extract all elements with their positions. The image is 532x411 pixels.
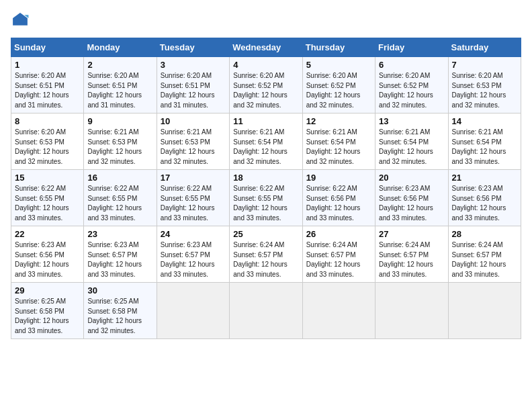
day-cell: 12Sunrise: 6:21 AM Sunset: 6:54 PM Dayli… xyxy=(302,113,375,170)
day-info: Sunrise: 6:20 AM Sunset: 6:51 PM Dayligh… xyxy=(15,71,80,110)
day-cell: 1Sunrise: 6:20 AM Sunset: 6:51 PM Daylig… xyxy=(11,57,84,113)
day-info: Sunrise: 6:22 AM Sunset: 6:55 PM Dayligh… xyxy=(161,184,226,223)
day-number: 22 xyxy=(15,229,80,239)
day-info: Sunrise: 6:21 AM Sunset: 6:54 PM Dayligh… xyxy=(233,128,298,167)
day-cell xyxy=(157,283,229,339)
day-number: 24 xyxy=(161,229,226,239)
day-info: Sunrise: 6:22 AM Sunset: 6:55 PM Dayligh… xyxy=(87,184,152,223)
column-header-thursday: Thursday xyxy=(302,38,375,57)
column-header-tuesday: Tuesday xyxy=(157,38,229,57)
column-header-monday: Monday xyxy=(84,38,157,57)
day-number: 17 xyxy=(161,173,226,183)
day-info: Sunrise: 6:24 AM Sunset: 6:57 PM Dayligh… xyxy=(452,240,517,279)
day-number: 7 xyxy=(452,60,517,70)
day-cell: 18Sunrise: 6:22 AM Sunset: 6:55 PM Dayli… xyxy=(230,170,302,226)
day-cell: 4Sunrise: 6:20 AM Sunset: 6:52 PM Daylig… xyxy=(230,57,302,113)
day-cell: 10Sunrise: 6:21 AM Sunset: 6:53 PM Dayli… xyxy=(157,113,229,170)
day-cell: 26Sunrise: 6:24 AM Sunset: 6:57 PM Dayli… xyxy=(302,226,375,283)
day-cell: 5Sunrise: 6:20 AM Sunset: 6:52 PM Daylig… xyxy=(302,57,375,113)
day-info: Sunrise: 6:21 AM Sunset: 6:54 PM Dayligh… xyxy=(379,128,444,167)
day-cell: 3Sunrise: 6:20 AM Sunset: 6:51 PM Daylig… xyxy=(157,57,229,113)
day-cell: 23Sunrise: 6:23 AM Sunset: 6:57 PM Dayli… xyxy=(84,226,157,283)
day-number: 26 xyxy=(306,229,371,239)
day-info: Sunrise: 6:25 AM Sunset: 6:58 PM Dayligh… xyxy=(87,297,152,336)
day-info: Sunrise: 6:22 AM Sunset: 6:56 PM Dayligh… xyxy=(306,184,371,223)
day-info: Sunrise: 6:23 AM Sunset: 6:57 PM Dayligh… xyxy=(87,240,152,279)
day-cell xyxy=(230,283,302,339)
day-cell: 7Sunrise: 6:20 AM Sunset: 6:53 PM Daylig… xyxy=(448,57,521,113)
day-number: 3 xyxy=(161,60,226,70)
day-info: Sunrise: 6:23 AM Sunset: 6:56 PM Dayligh… xyxy=(15,240,80,279)
day-number: 13 xyxy=(379,116,444,126)
day-number: 20 xyxy=(379,173,444,183)
day-number: 4 xyxy=(233,60,298,70)
day-cell: 17Sunrise: 6:22 AM Sunset: 6:55 PM Dayli… xyxy=(157,170,229,226)
day-number: 18 xyxy=(233,173,298,183)
day-info: Sunrise: 6:24 AM Sunset: 6:57 PM Dayligh… xyxy=(306,240,371,279)
day-info: Sunrise: 6:24 AM Sunset: 6:57 PM Dayligh… xyxy=(233,240,298,279)
column-header-friday: Friday xyxy=(375,38,448,57)
day-cell: 2Sunrise: 6:20 AM Sunset: 6:51 PM Daylig… xyxy=(84,57,157,113)
day-info: Sunrise: 6:21 AM Sunset: 6:54 PM Dayligh… xyxy=(306,128,371,167)
day-number: 5 xyxy=(306,60,371,70)
day-info: Sunrise: 6:23 AM Sunset: 6:56 PM Dayligh… xyxy=(379,184,444,223)
day-number: 14 xyxy=(452,116,517,126)
day-info: Sunrise: 6:20 AM Sunset: 6:52 PM Dayligh… xyxy=(306,71,371,110)
header xyxy=(11,11,521,30)
day-number: 25 xyxy=(233,229,298,239)
day-info: Sunrise: 6:20 AM Sunset: 6:53 PM Dayligh… xyxy=(452,71,517,110)
calendar-body: 1Sunrise: 6:20 AM Sunset: 6:51 PM Daylig… xyxy=(11,57,521,339)
day-info: Sunrise: 6:21 AM Sunset: 6:54 PM Dayligh… xyxy=(452,128,517,167)
day-cell: 16Sunrise: 6:22 AM Sunset: 6:55 PM Dayli… xyxy=(84,170,157,226)
day-cell: 20Sunrise: 6:23 AM Sunset: 6:56 PM Dayli… xyxy=(375,170,448,226)
day-number: 9 xyxy=(87,116,152,126)
day-number: 2 xyxy=(87,60,152,70)
day-info: Sunrise: 6:25 AM Sunset: 6:58 PM Dayligh… xyxy=(15,297,80,336)
day-cell: 22Sunrise: 6:23 AM Sunset: 6:56 PM Dayli… xyxy=(11,226,84,283)
day-info: Sunrise: 6:20 AM Sunset: 6:51 PM Dayligh… xyxy=(87,71,152,110)
day-number: 12 xyxy=(306,116,371,126)
svg-marker-0 xyxy=(13,13,28,26)
logo xyxy=(11,11,32,30)
day-number: 23 xyxy=(87,229,152,239)
day-number: 10 xyxy=(161,116,226,126)
day-number: 21 xyxy=(452,173,517,183)
column-header-saturday: Saturday xyxy=(448,38,521,57)
day-number: 30 xyxy=(87,285,152,295)
day-cell: 29Sunrise: 6:25 AM Sunset: 6:58 PM Dayli… xyxy=(11,283,84,339)
day-cell: 27Sunrise: 6:24 AM Sunset: 6:57 PM Dayli… xyxy=(375,226,448,283)
calendar-header-row: SundayMondayTuesdayWednesdayThursdayFrid… xyxy=(11,38,521,57)
day-cell: 19Sunrise: 6:22 AM Sunset: 6:56 PM Dayli… xyxy=(302,170,375,226)
day-info: Sunrise: 6:20 AM Sunset: 6:53 PM Dayligh… xyxy=(15,128,80,167)
day-number: 16 xyxy=(87,173,152,183)
day-number: 28 xyxy=(452,229,517,239)
day-number: 11 xyxy=(233,116,298,126)
calendar-table: SundayMondayTuesdayWednesdayThursdayFrid… xyxy=(11,38,521,339)
day-info: Sunrise: 6:23 AM Sunset: 6:57 PM Dayligh… xyxy=(161,240,226,279)
day-info: Sunrise: 6:21 AM Sunset: 6:53 PM Dayligh… xyxy=(161,128,226,167)
day-info: Sunrise: 6:22 AM Sunset: 6:55 PM Dayligh… xyxy=(233,184,298,223)
day-info: Sunrise: 6:22 AM Sunset: 6:55 PM Dayligh… xyxy=(15,184,80,223)
day-cell: 9Sunrise: 6:21 AM Sunset: 6:53 PM Daylig… xyxy=(84,113,157,170)
day-number: 29 xyxy=(15,285,80,295)
day-cell: 8Sunrise: 6:20 AM Sunset: 6:53 PM Daylig… xyxy=(11,113,84,170)
day-info: Sunrise: 6:20 AM Sunset: 6:51 PM Dayligh… xyxy=(161,71,226,110)
week-row-2: 8Sunrise: 6:20 AM Sunset: 6:53 PM Daylig… xyxy=(11,113,521,170)
day-cell: 24Sunrise: 6:23 AM Sunset: 6:57 PM Dayli… xyxy=(157,226,229,283)
week-row-5: 29Sunrise: 6:25 AM Sunset: 6:58 PM Dayli… xyxy=(11,283,521,339)
day-cell: 30Sunrise: 6:25 AM Sunset: 6:58 PM Dayli… xyxy=(84,283,157,339)
day-cell: 6Sunrise: 6:20 AM Sunset: 6:52 PM Daylig… xyxy=(375,57,448,113)
day-number: 8 xyxy=(15,116,80,126)
day-info: Sunrise: 6:20 AM Sunset: 6:52 PM Dayligh… xyxy=(379,71,444,110)
day-info: Sunrise: 6:24 AM Sunset: 6:57 PM Dayligh… xyxy=(379,240,444,279)
week-row-4: 22Sunrise: 6:23 AM Sunset: 6:56 PM Dayli… xyxy=(11,226,521,283)
day-cell: 11Sunrise: 6:21 AM Sunset: 6:54 PM Dayli… xyxy=(230,113,302,170)
day-number: 6 xyxy=(379,60,444,70)
day-cell: 15Sunrise: 6:22 AM Sunset: 6:55 PM Dayli… xyxy=(11,170,84,226)
day-cell: 25Sunrise: 6:24 AM Sunset: 6:57 PM Dayli… xyxy=(230,226,302,283)
day-cell xyxy=(375,283,448,339)
day-cell: 28Sunrise: 6:24 AM Sunset: 6:57 PM Dayli… xyxy=(448,226,521,283)
day-cell xyxy=(302,283,375,339)
day-number: 19 xyxy=(306,173,371,183)
column-header-sunday: Sunday xyxy=(11,38,84,57)
